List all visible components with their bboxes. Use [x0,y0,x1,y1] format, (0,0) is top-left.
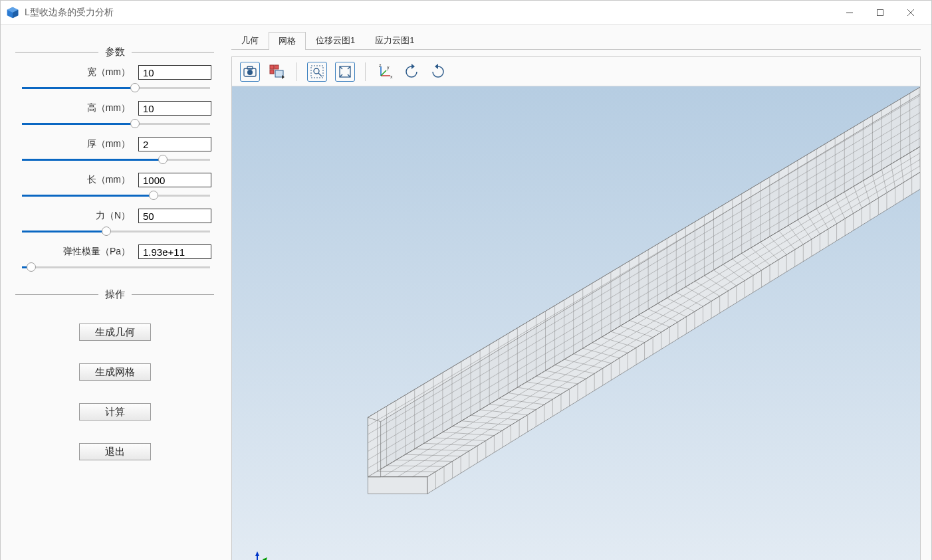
param-slider[interactable] [15,260,214,274]
rotate-left-icon[interactable] [402,62,421,81]
param-label: 长（mm） [87,174,130,186]
svg-marker-32 [368,417,380,476]
param-input[interactable] [138,101,211,116]
left-panel: 参数 宽（mm）高（mm）厚（mm）长（mm）力（N）弹性模量（Pa） 操作 生… [1,25,229,560]
tab-geometry[interactable]: 几何 [231,31,269,49]
app-window: L型收边条的受力分析 参数 宽（mm）高（mm）厚（mm）长（mm）力（N）弹性… [0,0,932,560]
exit-button[interactable]: 退出 [79,443,151,460]
window-title: L型收边条的受力分析 [25,7,834,19]
svg-text:x: x [390,74,393,79]
svg-rect-4 [877,9,883,15]
svg-point-8 [247,70,253,75]
svg-marker-29 [368,477,427,494]
svg-line-17 [318,73,322,76]
scene-selector-icon[interactable] [268,62,287,81]
param-label: 厚（mm） [87,138,130,150]
param-label: 力（N） [96,210,130,222]
svg-rect-9 [247,66,253,69]
tab-mesh[interactable]: 网格 [269,32,306,50]
slider-thumb[interactable] [158,155,168,164]
content: 参数 宽（mm）高（mm）厚（mm）长（mm）力（N）弹性模量（Pa） 操作 生… [1,25,931,560]
ops-button-group: 生成几何 生成网格 计算 退出 [15,310,214,460]
param-row: 弹性模量（Pa） [15,244,214,259]
section-header-ops: 操作 [15,288,214,301]
svg-point-16 [314,68,319,74]
orientation-triad-icon [251,550,275,560]
section-title-params: 参数 [98,46,132,58]
section-title-ops: 操作 [98,288,132,301]
rotate-right-icon[interactable] [429,62,447,81]
svg-marker-231 [255,551,259,556]
compute-button[interactable]: 计算 [79,403,151,420]
maximize-button[interactable] [865,1,895,25]
param-slider[interactable] [15,81,214,94]
tab-stress[interactable]: 应力云图1 [365,31,424,49]
param-input[interactable] [138,244,211,259]
svg-marker-25 [411,64,415,69]
axes-triad-icon[interactable]: zyx [376,62,394,81]
app-icon [6,6,19,19]
param-row: 长（mm） [15,173,214,187]
snapshot-icon[interactable] [240,62,260,82]
slider-thumb[interactable] [102,227,111,236]
param-slider[interactable] [15,153,214,166]
param-input[interactable] [138,209,211,223]
param-label: 宽（mm） [87,66,130,78]
param-row: 宽（mm） [15,65,214,80]
param-slider[interactable] [15,189,214,202]
param-input[interactable] [138,173,211,187]
param-slider[interactable] [15,117,214,130]
param-label: 弹性模量（Pa） [63,246,130,258]
zoom-box-icon[interactable] [307,62,327,82]
svg-rect-11 [275,65,279,69]
window-controls [834,1,926,25]
svg-text:z: z [379,64,382,68]
viewport-canvas[interactable] [232,86,920,560]
slider-thumb[interactable] [130,83,140,92]
svg-marker-26 [435,64,438,69]
param-row: 高（mm） [15,101,214,116]
param-row: 力（N） [15,209,214,223]
section-header-params: 参数 [15,46,214,58]
svg-line-21 [381,70,386,76]
slider-thumb[interactable] [149,191,158,200]
param-slider[interactable] [15,225,214,238]
svg-text:y: y [387,65,390,70]
minimize-button[interactable] [834,1,865,25]
tab-displacement[interactable]: 位移云图1 [306,31,365,49]
titlebar: L型收边条的受力分析 [1,1,931,25]
slider-thumb[interactable] [130,119,140,128]
param-input[interactable] [138,65,211,80]
main-panel: 几何 网格 位移云图1 应力云图1 [229,25,931,560]
generate-geometry-button[interactable]: 生成几何 [79,324,151,341]
svg-marker-235 [263,557,267,560]
mesh-render [232,86,920,560]
param-row: 厚（mm） [15,137,214,151]
svg-rect-10 [270,65,274,69]
toolbar-separator [296,62,297,81]
graphics-area: zyx [231,56,921,560]
zoom-extents-icon[interactable] [335,62,355,82]
generate-mesh-button[interactable]: 生成网格 [79,363,151,381]
result-tabs: 几何 网格 位移云图1 应力云图1 [231,31,921,50]
param-label: 高（mm） [87,102,130,114]
param-input[interactable] [138,137,211,151]
svg-rect-12 [270,70,274,74]
close-button[interactable] [895,1,926,25]
toolbar-separator [365,62,366,81]
graphics-toolbar: zyx [232,57,920,86]
slider-thumb[interactable] [27,262,36,272]
